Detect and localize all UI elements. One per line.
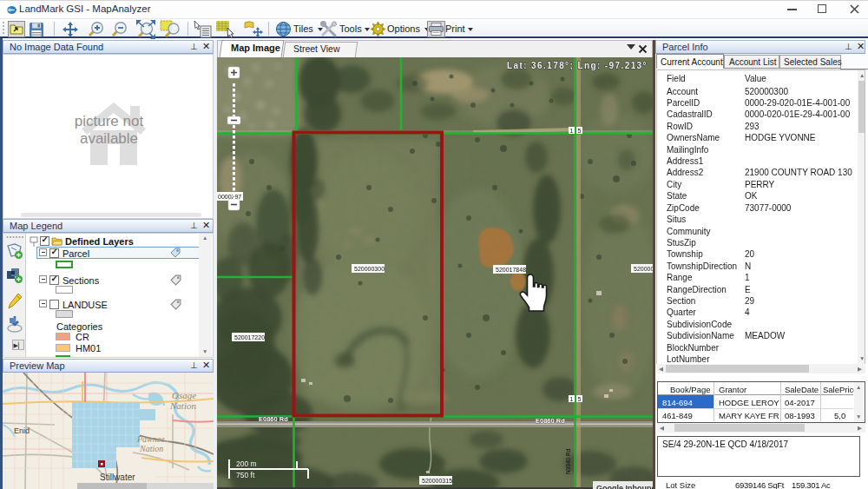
svg-text:200 m: 200 m <box>236 459 257 468</box>
svg-text:750 ft: 750 ft <box>236 471 255 479</box>
svg-text:520000315: 520000315 <box>422 478 452 484</box>
svg-text:5: 5 <box>578 128 582 134</box>
svg-text:1: 1 <box>570 128 574 134</box>
svg-text:Stillwater: Stillwater <box>100 472 135 482</box>
svg-text:Osage: Osage <box>172 390 196 400</box>
svg-text:N3340 Rd: N3340 Rd <box>565 448 571 474</box>
svg-text:1: 1 <box>570 396 574 402</box>
svg-text:Enid: Enid <box>14 426 30 435</box>
svg-text:520000: 520000 <box>634 266 653 272</box>
svg-text:5: 5 <box>578 396 582 402</box>
svg-text:520017848: 520017848 <box>496 267 526 273</box>
svg-text:520017220: 520017220 <box>234 334 265 340</box>
svg-text:Nation: Nation <box>169 400 196 411</box>
svg-text:Nation: Nation <box>139 444 163 453</box>
svg-text:Pawnee: Pawnee <box>136 434 165 444</box>
svg-text:E0860 Rd: E0860 Rd <box>259 415 288 423</box>
svg-text:Lat: 36.178°; Lng: -97.213°: Lat: 36.178°; Lng: -97.213° <box>507 61 648 70</box>
svg-text:Google Inbound: Google Inbound <box>596 484 653 489</box>
svg-text:E0860 Rd: E0860 Rd <box>536 417 565 425</box>
svg-text:520000300: 520000300 <box>354 266 385 272</box>
